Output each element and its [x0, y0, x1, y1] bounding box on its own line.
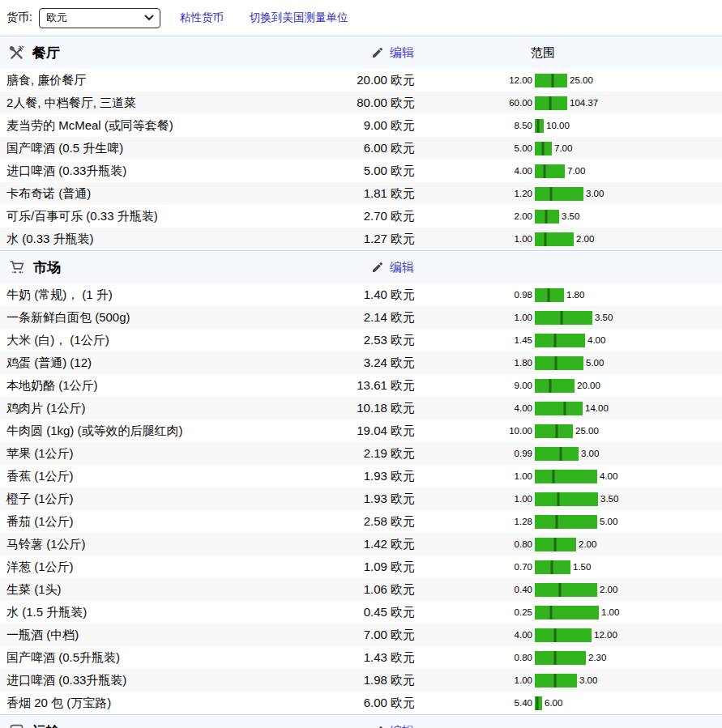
item-price: 0.45 欧元	[318, 605, 415, 620]
range-max: 20.00	[577, 381, 600, 390]
range-bar	[535, 674, 577, 688]
range-bar	[535, 606, 599, 619]
range-marker	[559, 447, 562, 461]
section-rows: 牛奶 (常规)， (1 升) 1.40 欧元 0.98 1.80 一条新鲜白面包…	[0, 283, 722, 714]
item-name: 麦当劳的 McMeal (或同等套餐)	[0, 118, 318, 134]
item-name: 膳食, 廉价餐厅	[0, 73, 318, 88]
range-marker	[545, 210, 547, 224]
range-min: 0.80	[415, 653, 532, 662]
range-min: 1.00	[415, 313, 532, 322]
item-price: 3.24 欧元	[318, 355, 415, 371]
item-price: 10.18 欧元	[318, 401, 415, 416]
range-max: 1.00	[601, 607, 619, 617]
item-name: 进口啤酒 (0.33升瓶装)	[0, 164, 318, 179]
item-name: 一瓶酒 (中档)	[0, 628, 318, 643]
item-row: 鸡肉片 (1公斤) 10.18 欧元 4.00 14.00	[0, 397, 722, 419]
section-transportation: 运输 编辑	[0, 714, 722, 728]
sections: 餐厅 编辑 范围 膳食, 廉价餐厅 20.00 欧元 12.00	[0, 36, 722, 728]
range-bar	[535, 515, 597, 529]
range-min: 1.00	[415, 675, 532, 685]
range-marker	[552, 74, 554, 87]
item-price: 2.53 欧元	[318, 333, 415, 348]
range-min: 60.00	[415, 98, 532, 108]
edit-link[interactable]: 编辑	[371, 715, 414, 728]
range-min: 5.40	[415, 698, 532, 708]
item-name: 苹果 (1公斤)	[0, 446, 318, 462]
edit-link[interactable]: 编辑	[371, 36, 414, 69]
item-row: 膳食, 廉价餐厅 20.00 欧元 12.00 25.00	[0, 69, 722, 92]
item-row: 水 (1.5 升瓶装) 0.45 欧元 0.25 1.00	[0, 601, 722, 624]
item-name: 进口啤酒 (0.33升瓶装)	[0, 673, 318, 688]
range-min: 1.00	[415, 471, 532, 481]
item-row: 可乐/百事可乐 (0.33 升瓶装) 2.70 欧元 2.00 3.50	[0, 205, 722, 228]
item-name: 鸡蛋 (普通) (12)	[0, 355, 318, 371]
item-price: 1.93 欧元	[318, 492, 415, 507]
range-marker	[563, 402, 566, 415]
item-row: 进口啤酒 (0.33升瓶装) 1.98 欧元 1.00 3.00	[0, 669, 722, 692]
range-marker	[554, 356, 557, 370]
item-row: 麦当劳的 McMeal (或同等套餐) 9.00 欧元 8.50 10.00	[0, 114, 722, 137]
range-max: 1.80	[566, 290, 584, 300]
item-name: 水 (1.5 升瓶装)	[0, 605, 318, 620]
range-max: 2.00	[600, 585, 617, 594]
range-bar	[535, 142, 552, 155]
range-max: 3.50	[562, 211, 579, 221]
item-name: 牛肉圆 (1kg) (或等效的后腿红肉)	[0, 424, 318, 439]
range-marker	[536, 696, 538, 710]
section-rows: 膳食, 廉价餐厅 20.00 欧元 12.00 25.00 2人餐, 中档餐厅,…	[0, 69, 722, 250]
range-marker	[560, 311, 562, 325]
range-bar	[535, 651, 586, 665]
range-max: 10.00	[546, 121, 570, 130]
item-price: 1.42 欧元	[318, 537, 415, 552]
range-max: 6.00	[545, 698, 562, 708]
price-range: 0.99 3.00	[415, 447, 722, 461]
pencil-icon	[371, 725, 384, 728]
price-range: 12.00 25.00	[415, 74, 722, 87]
range-min: 0.70	[415, 562, 532, 572]
range-marker	[544, 164, 546, 178]
item-price: 6.00 欧元	[318, 696, 415, 711]
range-max: 7.00	[567, 166, 585, 176]
range-marker	[553, 470, 555, 483]
range-bar	[535, 356, 583, 370]
range-bar	[535, 187, 583, 201]
section-header: 餐厅 编辑 范围	[0, 36, 722, 69]
range-bar	[535, 470, 597, 483]
item-name: 国产啤酒 (0.5升瓶装)	[0, 650, 318, 666]
range-min: 5.00	[415, 143, 532, 153]
edit-link-label: 编辑	[390, 260, 414, 275]
currency-select[interactable]: 欧元	[39, 8, 160, 28]
item-row: 大米 (白)， (1公斤) 2.53 欧元 1.45 4.00	[0, 329, 722, 351]
price-range: 1.80 5.00	[415, 356, 722, 370]
range-max: 25.00	[570, 75, 593, 85]
item-price: 1.40 欧元	[318, 287, 415, 303]
price-range: 0.25 1.00	[415, 606, 722, 619]
range-min: 1.80	[415, 358, 532, 368]
item-price: 9.00 欧元	[318, 118, 415, 134]
range-min: 4.00	[415, 166, 532, 176]
range-min: 4.00	[415, 403, 532, 413]
item-price: 2.19 欧元	[318, 446, 415, 462]
range-marker	[549, 187, 552, 201]
item-row: 2人餐, 中档餐厅, 三道菜 80.00 欧元 60.00 104.37	[0, 92, 722, 114]
price-range: 4.00 7.00	[415, 164, 722, 178]
range-marker	[549, 606, 552, 619]
edit-link[interactable]: 编辑	[371, 251, 414, 283]
item-row: 本地奶酪 (1公斤) 13.61 欧元 9.00 20.00	[0, 374, 722, 397]
range-max: 14.00	[585, 403, 609, 413]
pencil-icon	[371, 46, 384, 59]
range-bar	[535, 119, 544, 133]
sticky-currency-link[interactable]: 粘性货币	[180, 11, 224, 25]
price-range: 1.00 3.00	[415, 674, 722, 688]
item-price: 13.61 欧元	[318, 378, 415, 394]
range-max: 3.50	[600, 494, 618, 504]
item-row: 苹果 (1公斤) 2.19 欧元 0.99 3.00	[0, 442, 722, 465]
range-bar	[535, 288, 564, 302]
item-price: 80.00 欧元	[318, 96, 415, 111]
price-range: 1.00 3.50	[415, 492, 722, 506]
item-price: 5.00 欧元	[318, 164, 415, 179]
range-max: 2.30	[588, 653, 606, 662]
switch-to-us-units-link[interactable]: 切换到美国测量单位	[250, 11, 348, 25]
range-bar	[535, 311, 592, 325]
item-name: 鸡肉片 (1公斤)	[0, 401, 318, 416]
